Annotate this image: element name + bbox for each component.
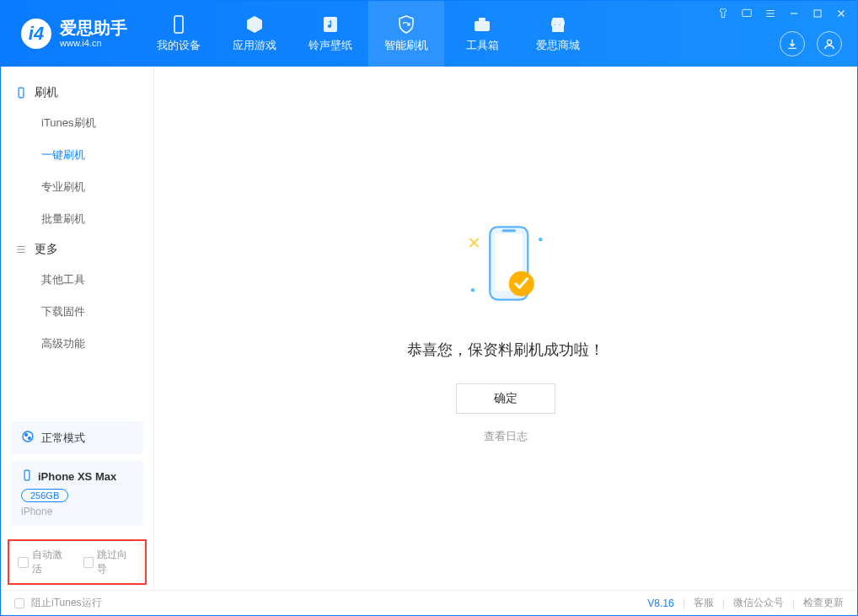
- shirt-icon[interactable]: [716, 6, 731, 21]
- device-mode-label: 正常模式: [41, 431, 85, 446]
- app-subtitle: www.i4.cn: [60, 38, 127, 49]
- svg-rect-3: [479, 18, 485, 21]
- nav-label: 智能刷机: [384, 38, 428, 53]
- download-button[interactable]: [780, 31, 805, 56]
- nav-tab-device[interactable]: 我的设备: [141, 1, 217, 67]
- sidebar-group-label: 更多: [35, 242, 58, 257]
- checkbox-block-itunes[interactable]: 阻止iTunes运行: [14, 596, 102, 610]
- nav-label: 爱思商城: [536, 38, 580, 53]
- checkbox-label: 阻止iTunes运行: [31, 596, 102, 610]
- app-title: 爱思助手: [60, 18, 127, 38]
- nav-tab-flash[interactable]: 智能刷机: [368, 1, 444, 67]
- checkbox-label: 跳过向导: [97, 548, 137, 576]
- device-type: iPhone: [21, 506, 133, 517]
- ok-button[interactable]: 确定: [456, 383, 555, 414]
- checkbox-skip-guide[interactable]: 跳过向导: [83, 548, 137, 576]
- svg-rect-2: [475, 21, 490, 31]
- nav-tab-toolbox[interactable]: 工具箱: [444, 1, 520, 67]
- sidebar-item-download-firmware[interactable]: 下载固件: [1, 296, 153, 328]
- sidebar-group-flash: 刷机: [1, 78, 153, 107]
- app-header: i4 爱思助手 www.i4.cn 我的设备 应用游戏 铃声壁纸 智能刷机 工具…: [1, 1, 857, 67]
- svg-rect-17: [502, 229, 517, 232]
- window-controls: [716, 6, 849, 21]
- logo-icon: i4: [21, 19, 51, 49]
- svg-point-7: [827, 40, 831, 44]
- svg-point-14: [471, 288, 475, 292]
- sidebar-item-onekey-flash[interactable]: 一键刷机: [1, 139, 153, 171]
- sidebar-item-batch-flash[interactable]: 批量刷机: [1, 203, 153, 235]
- feedback-icon[interactable]: [739, 6, 754, 21]
- checkbox-icon: [14, 598, 24, 608]
- device-capacity: 256GB: [21, 489, 68, 502]
- sidebar-group-more: 更多: [1, 235, 153, 264]
- view-log-link[interactable]: 查看日志: [484, 429, 528, 444]
- svg-rect-6: [814, 10, 821, 17]
- logo-area: i4 爱思助手 www.i4.cn: [1, 18, 141, 49]
- svg-point-11: [29, 437, 31, 440]
- store-icon: [548, 14, 568, 35]
- sidebar-item-other-tools[interactable]: 其他工具: [1, 264, 153, 296]
- nav-label: 工具箱: [466, 38, 499, 53]
- svg-rect-5: [743, 9, 752, 16]
- success-illustration: [455, 213, 556, 323]
- sidebar-item-pro-flash[interactable]: 专业刷机: [1, 171, 153, 203]
- cube-icon: [244, 14, 265, 35]
- phone-small-icon: [21, 469, 33, 484]
- options-highlight-box: 自动激活 跳过向导: [8, 539, 147, 585]
- status-bar: 阻止iTunes运行 V8.16 | 客服 | 微信公众号 | 检查更新: [1, 590, 857, 615]
- svg-rect-4: [552, 25, 564, 32]
- checkbox-auto-activate[interactable]: 自动激活: [18, 548, 72, 576]
- mode-icon: [21, 430, 35, 446]
- device-name: iPhone XS Max: [38, 470, 116, 483]
- nav-label: 我的设备: [157, 38, 201, 53]
- nav-tab-ringtone[interactable]: 铃声壁纸: [292, 1, 368, 67]
- svg-point-13: [539, 238, 543, 242]
- user-button[interactable]: [817, 31, 842, 56]
- svg-point-10: [25, 434, 28, 437]
- success-message: 恭喜您，保资料刷机成功啦！: [407, 340, 604, 360]
- nav-tabs: 我的设备 应用游戏 铃声壁纸 智能刷机 工具箱 爱思商城: [141, 1, 596, 67]
- refresh-shield-icon: [396, 14, 416, 35]
- toolbox-icon: [472, 14, 492, 35]
- sidebar-group-label: 刷机: [35, 85, 58, 100]
- checkbox-icon: [18, 557, 29, 568]
- list-icon: [14, 243, 28, 256]
- device-mode-box[interactable]: 正常模式: [11, 421, 143, 454]
- footer-link-update[interactable]: 检查更新: [803, 596, 844, 610]
- close-button[interactable]: [834, 6, 849, 21]
- header-actions: [780, 31, 842, 56]
- device-small-icon: [14, 86, 28, 99]
- sidebar-item-itunes-flash[interactable]: iTunes刷机: [1, 107, 153, 139]
- nav-label: 铃声壁纸: [308, 38, 352, 53]
- svg-rect-0: [174, 16, 183, 33]
- menu-icon[interactable]: [763, 6, 778, 21]
- minimize-button[interactable]: [786, 6, 802, 21]
- sidebar: 刷机 iTunes刷机 一键刷机 专业刷机 批量刷机 更多 其他工具 下载固件 …: [1, 67, 154, 590]
- svg-rect-8: [19, 88, 24, 98]
- nav-tab-store[interactable]: 爱思商城: [520, 1, 596, 67]
- sidebar-item-advanced[interactable]: 高级功能: [1, 328, 153, 360]
- version-label: V8.16: [647, 597, 673, 609]
- checkbox-icon: [83, 557, 94, 568]
- phone-icon: [169, 14, 189, 35]
- maximize-button[interactable]: [810, 6, 825, 21]
- nav-tab-apps[interactable]: 应用游戏: [217, 1, 292, 67]
- svg-point-9: [23, 431, 33, 442]
- music-icon: [320, 14, 341, 35]
- app-body: 刷机 iTunes刷机 一键刷机 专业刷机 批量刷机 更多 其他工具 下载固件 …: [1, 67, 857, 590]
- footer-link-wechat[interactable]: 微信公众号: [733, 596, 784, 610]
- main-content: 恭喜您，保资料刷机成功啦！ 确定 查看日志: [154, 67, 857, 590]
- checkbox-label: 自动激活: [32, 548, 72, 576]
- nav-label: 应用游戏: [233, 38, 276, 53]
- footer-link-support[interactable]: 客服: [694, 596, 714, 610]
- device-info-box[interactable]: iPhone XS Max 256GB iPhone: [11, 461, 143, 526]
- svg-rect-12: [24, 470, 29, 480]
